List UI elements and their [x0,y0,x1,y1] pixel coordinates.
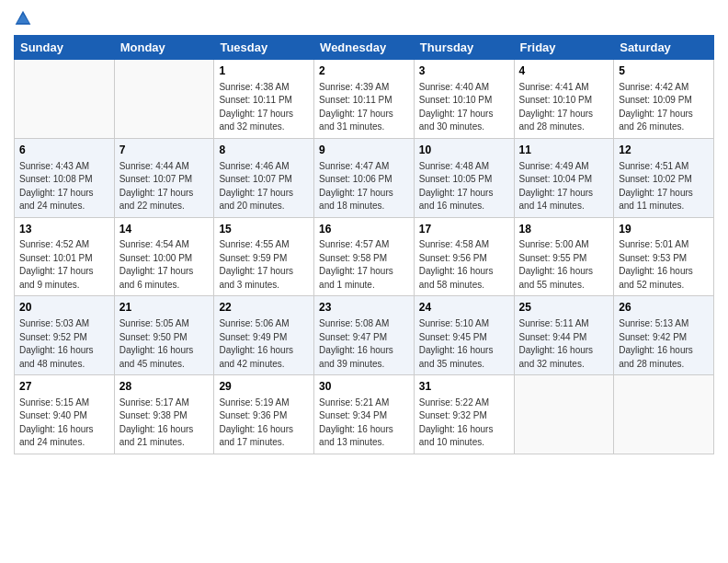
day-number: 27 [19,379,109,395]
day-cell: 10Sunrise: 4:48 AM Sunset: 10:05 PM Dayl… [414,138,514,217]
day-info: Sunrise: 4:57 AM Sunset: 9:58 PM Dayligh… [319,238,409,292]
day-cell: 4Sunrise: 4:41 AM Sunset: 10:10 PM Dayli… [514,60,614,139]
day-number: 6 [19,143,109,158]
day-number: 2 [319,63,409,79]
day-info: Sunrise: 4:44 AM Sunset: 10:07 PM Daylig… [119,160,210,213]
day-cell: 14Sunrise: 4:54 AM Sunset: 10:00 PM Dayl… [114,217,214,296]
day-number: 20 [19,300,109,316]
day-info: Sunrise: 5:06 AM Sunset: 9:49 PM Dayligh… [219,317,309,371]
day-cell: 8Sunrise: 4:46 AM Sunset: 10:07 PM Dayli… [214,138,314,217]
day-cell: 13Sunrise: 4:52 AM Sunset: 10:01 PM Dayl… [15,217,115,296]
day-info: Sunrise: 4:39 AM Sunset: 10:11 PM Daylig… [319,81,409,134]
day-cell: 12Sunrise: 4:51 AM Sunset: 10:02 PM Dayl… [614,138,714,217]
day-cell: 18Sunrise: 5:00 AM Sunset: 9:55 PM Dayli… [514,217,614,296]
day-info: Sunrise: 4:51 AM Sunset: 10:02 PM Daylig… [619,160,709,213]
day-number: 8 [219,143,309,158]
header-saturday: Saturday [614,36,714,60]
day-info: Sunrise: 4:55 AM Sunset: 9:59 PM Dayligh… [219,238,309,292]
week-row-3: 13Sunrise: 4:52 AM Sunset: 10:01 PM Dayl… [15,217,714,296]
logo-icon [14,9,32,28]
svg-marker-1 [17,14,28,23]
day-number: 16 [319,222,409,237]
day-number: 31 [419,379,509,395]
day-cell: 1Sunrise: 4:38 AM Sunset: 10:11 PM Dayli… [214,60,314,139]
day-info: Sunrise: 5:17 AM Sunset: 9:38 PM Dayligh… [119,396,210,450]
day-cell [514,375,614,454]
day-info: Sunrise: 5:15 AM Sunset: 9:40 PM Dayligh… [19,396,109,450]
day-number: 21 [119,300,210,316]
day-cell: 3Sunrise: 4:40 AM Sunset: 10:10 PM Dayli… [414,60,514,139]
day-info: Sunrise: 5:19 AM Sunset: 9:36 PM Dayligh… [219,396,309,450]
day-cell: 7Sunrise: 4:44 AM Sunset: 10:07 PM Dayli… [114,138,214,217]
day-cell: 15Sunrise: 4:55 AM Sunset: 9:59 PM Dayli… [214,217,314,296]
day-number: 5 [619,63,709,79]
day-cell: 28Sunrise: 5:17 AM Sunset: 9:38 PM Dayli… [114,375,214,454]
day-info: Sunrise: 5:22 AM Sunset: 9:32 PM Dayligh… [419,396,509,450]
day-number: 18 [519,222,609,237]
calendar-body: 1Sunrise: 4:38 AM Sunset: 10:11 PM Dayli… [15,60,714,454]
day-number: 24 [419,300,509,316]
day-info: Sunrise: 4:41 AM Sunset: 10:10 PM Daylig… [519,81,609,134]
day-info: Sunrise: 4:46 AM Sunset: 10:07 PM Daylig… [219,160,309,213]
day-number: 19 [619,222,709,237]
day-cell: 9Sunrise: 4:47 AM Sunset: 10:06 PM Dayli… [314,138,415,217]
logo [14,9,34,28]
day-number: 7 [119,143,210,158]
day-number: 3 [419,63,509,79]
header-tuesday: Tuesday [214,36,314,60]
day-info: Sunrise: 4:52 AM Sunset: 10:01 PM Daylig… [19,238,109,292]
day-cell: 21Sunrise: 5:05 AM Sunset: 9:50 PM Dayli… [114,296,214,375]
day-number: 13 [19,222,109,237]
day-number: 30 [319,379,409,395]
day-info: Sunrise: 5:03 AM Sunset: 9:52 PM Dayligh… [19,317,109,371]
day-info: Sunrise: 5:11 AM Sunset: 9:44 PM Dayligh… [519,317,609,371]
day-number: 25 [519,300,609,316]
day-cell: 11Sunrise: 4:49 AM Sunset: 10:04 PM Dayl… [514,138,614,217]
header-monday: Monday [114,36,214,60]
header-wednesday: Wednesday [314,36,415,60]
day-cell: 20Sunrise: 5:03 AM Sunset: 9:52 PM Dayli… [15,296,115,375]
day-info: Sunrise: 5:10 AM Sunset: 9:45 PM Dayligh… [419,317,509,371]
day-info: Sunrise: 5:13 AM Sunset: 9:42 PM Dayligh… [619,317,709,371]
day-info: Sunrise: 4:48 AM Sunset: 10:05 PM Daylig… [419,160,509,213]
day-cell: 29Sunrise: 5:19 AM Sunset: 9:36 PM Dayli… [214,375,314,454]
day-number: 9 [319,143,409,158]
day-cell: 5Sunrise: 4:42 AM Sunset: 10:09 PM Dayli… [614,60,714,139]
day-info: Sunrise: 4:38 AM Sunset: 10:11 PM Daylig… [219,81,309,134]
week-row-1: 1Sunrise: 4:38 AM Sunset: 10:11 PM Dayli… [15,60,714,139]
week-row-4: 20Sunrise: 5:03 AM Sunset: 9:52 PM Dayli… [15,296,714,375]
day-number: 12 [619,143,709,158]
day-number: 17 [419,222,509,237]
day-number: 28 [119,379,210,395]
day-number: 1 [219,63,309,79]
day-info: Sunrise: 5:08 AM Sunset: 9:47 PM Dayligh… [319,317,409,371]
day-cell: 22Sunrise: 5:06 AM Sunset: 9:49 PM Dayli… [214,296,314,375]
day-cell: 26Sunrise: 5:13 AM Sunset: 9:42 PM Dayli… [614,296,714,375]
day-cell: 16Sunrise: 4:57 AM Sunset: 9:58 PM Dayli… [314,217,415,296]
day-cell: 27Sunrise: 5:15 AM Sunset: 9:40 PM Dayli… [15,375,115,454]
day-cell: 2Sunrise: 4:39 AM Sunset: 10:11 PM Dayli… [314,60,415,139]
day-info: Sunrise: 5:00 AM Sunset: 9:55 PM Dayligh… [519,238,609,292]
header [14,9,714,28]
header-sunday: Sunday [15,36,115,60]
calendar-header: SundayMondayTuesdayWednesdayThursdayFrid… [15,36,714,60]
day-cell: 19Sunrise: 5:01 AM Sunset: 9:53 PM Dayli… [614,217,714,296]
day-cell: 23Sunrise: 5:08 AM Sunset: 9:47 PM Dayli… [314,296,415,375]
week-row-2: 6Sunrise: 4:43 AM Sunset: 10:08 PM Dayli… [15,138,714,217]
day-number: 10 [419,143,509,158]
day-number: 29 [219,379,309,395]
day-info: Sunrise: 4:58 AM Sunset: 9:56 PM Dayligh… [419,238,509,292]
calendar-table: SundayMondayTuesdayWednesdayThursdayFrid… [14,35,714,454]
day-cell: 31Sunrise: 5:22 AM Sunset: 9:32 PM Dayli… [414,375,514,454]
day-number: 14 [119,222,210,237]
day-number: 11 [519,143,609,158]
day-info: Sunrise: 4:42 AM Sunset: 10:09 PM Daylig… [619,81,709,134]
day-cell [114,60,214,139]
day-info: Sunrise: 5:05 AM Sunset: 9:50 PM Dayligh… [119,317,210,371]
day-cell: 30Sunrise: 5:21 AM Sunset: 9:34 PM Dayli… [314,375,415,454]
day-cell [15,60,115,139]
page: SundayMondayTuesdayWednesdayThursdayFrid… [0,0,728,464]
day-number: 26 [619,300,709,316]
day-info: Sunrise: 4:40 AM Sunset: 10:10 PM Daylig… [419,81,509,134]
day-info: Sunrise: 4:54 AM Sunset: 10:00 PM Daylig… [119,238,210,292]
